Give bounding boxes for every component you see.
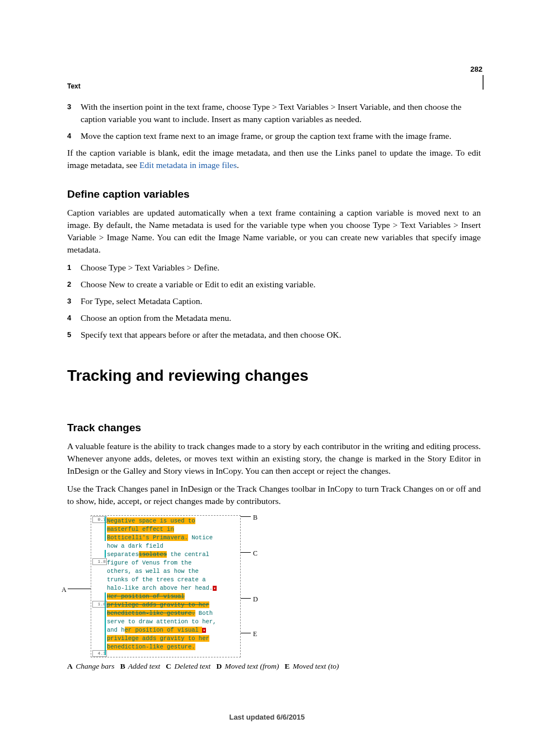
list-number: 4 [67,130,81,142]
list-item: 1 Choose Type > Text Variables > Define. [67,262,481,274]
figure-canvas: A B C D E 0.7 1.8 1.8 4.3 [73,515,263,657]
list-item: 3 For Type, select Metadata Caption. [67,295,481,307]
define-caption-variables-heading: Define caption variables [67,187,481,202]
list-number: 3 [67,101,81,125]
moved-text-to: benediction-like gesture. [107,643,195,650]
change-bar [105,592,106,655]
moved-text-to: er position of visual [125,627,203,633]
legend-text: Change bars [76,662,114,670]
change-bar [105,550,106,558]
depth-label: 1.8 [92,558,107,565]
callout-label-d: D [253,595,258,604]
list-number: 4 [67,312,81,324]
edit-metadata-link[interactable]: Edit metadata in image files [139,160,237,170]
track-changes-paragraph-1: A valuable feature is the ability to tra… [67,440,481,477]
story-text: how a dark field [107,543,163,549]
page-number-bar [483,75,484,90]
list-text: With the insertion point in the text fra… [81,101,481,125]
section-label: Text [67,82,81,91]
story-text: the central [167,551,209,558]
list-number: 1 [67,262,81,274]
change-bar [105,516,106,541]
legend-key: A [67,662,73,670]
list-text: For Type, select Metadata Caption. [81,295,481,307]
legend-text: Added text [128,662,160,670]
caption-frame-steps: 3 With the insertion point in the text f… [67,101,481,142]
added-text: masterful effect in [107,526,174,533]
callout-label-c: C [253,549,257,558]
story-text: Notice [188,534,213,541]
legend-text: Moved text (from) [225,662,279,670]
story-text: serve to draw attention to her, [107,618,216,625]
legend-key: D [216,662,222,670]
page-content: 3 With the insertion point in the text f… [67,101,481,671]
legend-key: B [120,662,125,670]
list-text: Choose an option from the Metadata menu. [81,312,481,324]
paragraph-text-part: . [237,160,239,170]
callout-label-a: A [62,585,67,595]
define-caption-variables-steps: 1 Choose Type > Text Variables > Define.… [67,262,481,341]
list-text: Specify text that appears before or afte… [81,329,481,341]
paragraph-text-part: If the caption variable is blank, edit t… [67,148,481,170]
move-marker-icon: ▾ [202,628,206,633]
story-text: halo-like arch above her head. [107,585,213,591]
tracking-and-reviewing-changes-heading: Tracking and reviewing changes [67,365,481,387]
story-text: and h [107,627,125,633]
page-footer: Last updated 6/6/2015 [0,712,534,722]
legend-text: Moved text (to) [293,662,339,670]
callout-label-b: B [253,513,257,522]
legend-key: E [285,662,290,670]
track-changes-heading: Track changes [67,421,481,436]
story-text: figure of Venus from the [107,559,191,566]
track-changes-figure: A B C D E 0.7 1.8 1.8 4.3 [67,515,481,671]
moved-text-to: privilege adds gravity to her [107,635,209,642]
list-text: Move the caption text frame next to an i… [81,130,481,142]
list-text: Choose New to create a variable or Edit … [81,278,481,291]
moved-text-from: Her position of visual [107,593,185,600]
moved-text-from: benediction-like gesture. [107,610,195,617]
story-text: trunks of the trees create a [107,576,205,583]
story-text: separates [107,551,139,558]
list-text: Choose Type > Text Variables > Define. [81,262,481,274]
legend-text: Deleted text [174,662,210,670]
caption-blank-paragraph: If the caption variable is blank, edit t… [67,147,481,171]
story-editor-view: 0.7 1.8 1.8 4.3 Negative space is used t… [91,515,241,657]
track-changes-paragraph-2: Use the Track Changes panel in InDesign … [67,483,481,507]
list-number: 2 [67,278,81,291]
define-caption-variables-intro: Caption variables are updated automatica… [67,207,481,256]
document-page: 282 Text 3 With the insertion point in t… [0,0,534,756]
list-item: 4 Move the caption text frame next to an… [67,130,481,142]
story-text: Both [195,610,213,617]
added-text: Negative space is used to [107,517,195,524]
moved-text-from: privilege adds gravity to her [107,601,209,608]
list-item: 4 Choose an option from the Metadata men… [67,312,481,324]
list-number: 5 [67,329,81,341]
callout-label-e: E [253,629,257,639]
move-marker-icon: ▾ [213,586,217,591]
legend-key: C [166,662,171,670]
story-text: others, as well as how the [107,568,199,575]
list-item: 3 With the insertion point in the text f… [67,101,481,125]
list-number: 3 [67,295,81,307]
list-item: 2 Choose New to create a variable or Edi… [67,278,481,291]
page-number: 282 [470,64,483,74]
figure-legend: A Change bars B Added text C Deleted tex… [67,661,481,671]
list-item: 5 Specify text that appears before or af… [67,329,481,341]
deleted-text: isolates [139,551,167,558]
added-text: Botticelli's Primavera. [107,534,188,541]
